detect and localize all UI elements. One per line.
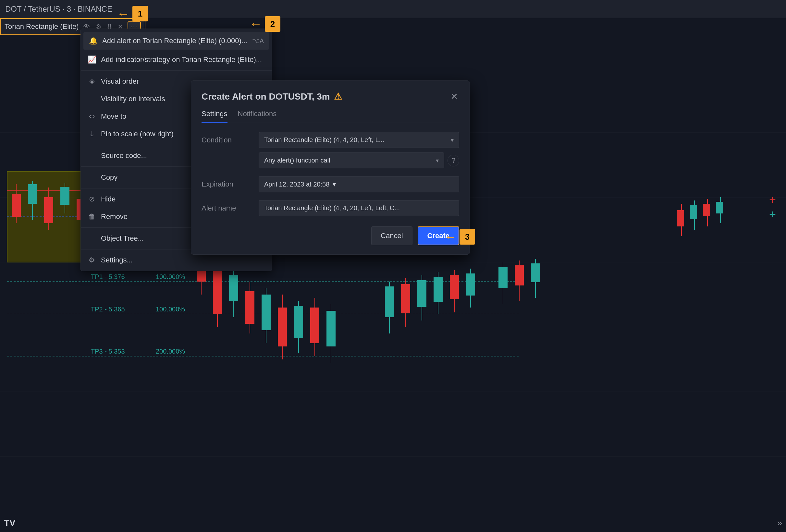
expiration-row: Expiration April 12, 2023 at 20:58 ▾: [202, 176, 459, 192]
svg-rect-84: [716, 202, 723, 214]
menu-label-visual-order: Visual order: [101, 77, 139, 86]
menu-label-source-code: Source code...: [101, 151, 147, 160]
svg-rect-66: [434, 277, 443, 302]
svg-rect-62: [401, 284, 410, 313]
nav-arrows[interactable]: »: [777, 518, 782, 528]
svg-text:100.000%: 100.000%: [156, 306, 185, 313]
dialog-close-button[interactable]: ✕: [449, 90, 459, 103]
hide-icon: ⊘: [87, 195, 96, 203]
tab-notifications[interactable]: Notifications: [238, 110, 277, 123]
indicator-icon: 📈: [87, 55, 96, 64]
annotation-1: ← 1: [117, 6, 148, 21]
help-icon[interactable]: ?: [447, 155, 459, 166]
separator-1: [81, 70, 272, 71]
dialog-title: Create Alert on DOTUSDT, 3m ⚠: [202, 91, 342, 102]
svg-text:TP3 - 5.353: TP3 - 5.353: [91, 348, 125, 355]
alert-name-label: Alert name: [202, 204, 253, 213]
condition-sub-select[interactable]: Any alert() function call ▾: [259, 152, 444, 168]
alert-dialog: Create Alert on DOTUSDT, 3m ⚠ ✕ Settings…: [191, 80, 470, 255]
svg-rect-22: [12, 194, 21, 217]
svg-rect-28: [60, 187, 69, 205]
gear-icon: ⚙: [87, 256, 96, 264]
svg-rect-70: [466, 273, 475, 295]
alert-icon: 🔔: [89, 37, 98, 45]
svg-rect-46: [229, 275, 238, 301]
warning-icon: ⚠: [334, 91, 342, 102]
svg-rect-82: [703, 204, 710, 216]
menu-label-copy: Copy: [101, 173, 117, 182]
svg-rect-54: [294, 306, 303, 338]
menu-label-pin-to-scale: Pin to scale (now right): [101, 130, 174, 138]
svg-rect-60: [385, 286, 394, 317]
cancel-button[interactable]: Cancel: [371, 226, 412, 245]
annotation-label-2: 2: [265, 16, 280, 32]
arrow-icon: ←: [117, 7, 130, 20]
indicator-name: Torian Rectangle (Elite): [4, 22, 79, 31]
svg-text:+: +: [769, 208, 776, 221]
tab-settings[interactable]: Settings: [202, 110, 228, 123]
svg-rect-56: [310, 308, 319, 343]
chevron-down-icon-2: ▾: [436, 157, 439, 164]
expiration-label: Expiration: [202, 180, 253, 189]
condition-control: Torian Rectangle (Elite) (4, 4, 20, Left…: [259, 132, 459, 148]
dialog-title-text: Create Alert on DOTUSDT, 3m: [202, 92, 330, 102]
svg-rect-26: [44, 197, 53, 223]
shortcut-add-alert: ⌥A: [252, 37, 264, 45]
condition-sub-value: Any alert() function call: [264, 157, 330, 164]
move-icon: ⇔: [87, 112, 96, 121]
svg-rect-74: [515, 265, 524, 286]
layers-icon: ◈: [87, 77, 96, 86]
menu-label-move-to: Move to: [101, 112, 126, 121]
dialog-actions: Cancel Create: [202, 226, 459, 245]
expiration-control: April 12, 2023 at 20:58 ▾: [259, 176, 459, 192]
chevron-down-icon-1: ▾: [451, 137, 454, 144]
annotation-3: ← 3: [444, 229, 475, 245]
menu-label-object-tree: Object Tree...: [101, 234, 144, 243]
menu-label-hide: Hide: [101, 195, 116, 203]
chevron-down-icon-3: ▾: [333, 180, 336, 188]
svg-rect-72: [499, 267, 508, 288]
svg-text:+: +: [769, 193, 776, 206]
svg-rect-50: [261, 294, 271, 330]
arrow-icon-2: ←: [249, 18, 262, 30]
svg-rect-80: [690, 205, 697, 219]
svg-rect-64: [417, 280, 426, 307]
svg-rect-76: [531, 263, 540, 282]
alert-name-control: Torian Rectangle (Elite) (4, 4, 20, Left…: [259, 200, 459, 216]
alert-name-input[interactable]: Torian Rectangle (Elite) (4, 4, 20, Left…: [259, 200, 459, 216]
svg-rect-48: [245, 291, 254, 324]
svg-text:TP2 - 5.365: TP2 - 5.365: [91, 306, 125, 313]
pin-icon: ⤓: [87, 130, 96, 138]
menu-item-add-indicator[interactable]: 📈 Add indicator/strategy on Torian Recta…: [81, 51, 272, 69]
svg-rect-68: [450, 275, 459, 299]
svg-text:100.000%: 100.000%: [156, 273, 185, 280]
chart-title: DOT / TetherUS · 3 · BINANCE: [5, 4, 112, 14]
svg-rect-78: [677, 210, 684, 226]
dialog-tabs: Settings Notifications: [202, 110, 459, 123]
condition-label: Condition: [202, 136, 253, 144]
menu-label-add-indicator: Add indicator/strategy on Torian Rectang…: [101, 55, 262, 64]
annotation-2: ← 2: [249, 16, 280, 32]
menu-label-visibility: Visibility on intervals: [101, 95, 165, 103]
trash-icon: 🗑: [87, 213, 96, 221]
condition-row: Condition Torian Rectangle (Elite) (4, 4…: [202, 132, 459, 148]
menu-label-add-alert: Add alert on Torian Rectangle (Elite) (0…: [102, 37, 247, 45]
expiration-select[interactable]: April 12, 2023 at 20:58 ▾: [259, 176, 459, 192]
menu-label-settings: Settings...: [101, 256, 133, 264]
svg-text:200.000%: 200.000%: [156, 348, 185, 355]
menu-item-add-alert[interactable]: 🔔 Add alert on Torian Rectangle (Elite) …: [84, 32, 269, 50]
condition-sub-row: Any alert() function call ▾ ?: [202, 152, 459, 168]
menu-label-remove: Remove: [101, 213, 128, 221]
expiration-value: April 12, 2023 at 20:58: [264, 181, 329, 188]
tv-logo: TV: [4, 518, 16, 528]
annotation-label-1: 1: [132, 6, 148, 21]
condition-select[interactable]: Torian Rectangle (Elite) (4, 4, 20, Left…: [259, 132, 459, 148]
condition-sub-control: Any alert() function call ▾ ?: [259, 152, 459, 168]
alert-name-row: Alert name Torian Rectangle (Elite) (4, …: [202, 200, 459, 216]
svg-text:TP1 - 5.376: TP1 - 5.376: [91, 273, 125, 280]
svg-rect-58: [326, 311, 336, 346]
svg-rect-24: [28, 184, 37, 204]
annotation-label-3: 3: [460, 229, 475, 245]
dialog-header: Create Alert on DOTUSDT, 3m ⚠ ✕: [202, 90, 459, 103]
arrow-icon-3: ←: [444, 230, 457, 243]
